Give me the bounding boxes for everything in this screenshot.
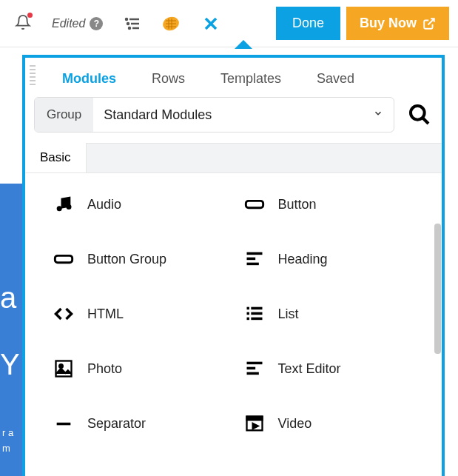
text-editor-icon	[244, 358, 265, 379]
module-label: Separator	[87, 416, 146, 432]
search-button[interactable]	[408, 103, 431, 127]
external-link-icon	[422, 17, 436, 30]
chevron-down-icon	[363, 108, 394, 121]
module-label: Text Editor	[278, 361, 341, 377]
filter-row: Group Standard Modules	[25, 97, 442, 143]
tab-modules[interactable]: Modules	[62, 71, 116, 87]
html-icon	[53, 304, 74, 324]
module-label: HTML	[87, 306, 124, 322]
module-html[interactable]: HTML	[53, 304, 240, 324]
svg-point-3	[126, 19, 127, 20]
audio-icon	[53, 194, 74, 215]
svg-rect-32	[246, 417, 262, 420]
buy-now-label: Buy Now	[360, 16, 417, 31]
group-label: Group	[35, 98, 93, 132]
separator-icon	[53, 413, 74, 434]
panel-tabs: Modules Rows Templates Saved	[25, 58, 442, 97]
done-button[interactable]: Done	[276, 7, 340, 40]
close-icon[interactable]	[201, 13, 221, 34]
help-icon: ?	[90, 17, 103, 30]
module-separator[interactable]: Separator	[53, 413, 240, 434]
notification-dot	[27, 13, 33, 18]
video-icon	[244, 413, 265, 434]
svg-point-4	[127, 23, 129, 24]
svg-line-11	[422, 118, 428, 124]
module-list[interactable]: List	[244, 304, 431, 324]
svg-rect-23	[246, 318, 249, 321]
tab-templates[interactable]: Templates	[220, 71, 281, 87]
svg-rect-14	[246, 201, 263, 207]
module-label: Heading	[278, 252, 328, 267]
heading-icon	[244, 249, 265, 269]
svg-point-5	[129, 27, 130, 29]
category-row: Basic	[25, 143, 442, 173]
bg-hero-subtext: r am	[2, 426, 22, 457]
tab-rows[interactable]: Rows	[152, 71, 185, 87]
svg-rect-21	[246, 312, 249, 315]
module-label: Audio	[87, 197, 121, 212]
topbar: Edited ? Done Buy Now	[0, 0, 458, 47]
svg-rect-28	[246, 367, 255, 370]
svg-rect-20	[251, 307, 262, 310]
module-label: List	[278, 306, 299, 322]
svg-rect-22	[251, 312, 262, 315]
category-spacer	[87, 143, 442, 172]
buy-now-button[interactable]: Buy Now	[346, 7, 449, 40]
svg-marker-33	[252, 423, 257, 429]
module-text-editor[interactable]: Text Editor	[244, 358, 431, 379]
panel-arrow	[235, 40, 252, 49]
module-heading[interactable]: Heading	[244, 249, 431, 269]
category-basic[interactable]: Basic	[25, 143, 87, 172]
svg-line-9	[428, 19, 434, 24]
button-icon	[244, 194, 265, 215]
module-label: Photo	[87, 361, 122, 377]
svg-point-26	[59, 364, 63, 368]
svg-point-13	[67, 204, 72, 209]
svg-rect-27	[246, 362, 262, 365]
module-label: Video	[278, 416, 312, 432]
button-group-icon	[53, 249, 74, 269]
tab-saved[interactable]: Saved	[317, 71, 354, 87]
svg-rect-16	[246, 252, 262, 255]
bg-hero-text: a	[0, 281, 22, 315]
module-video[interactable]: Video	[244, 413, 431, 434]
edited-label: Edited	[52, 17, 85, 30]
edited-status[interactable]: Edited ?	[52, 17, 103, 30]
svg-rect-18	[246, 263, 258, 266]
svg-rect-30	[57, 423, 71, 426]
outline-icon[interactable]	[124, 15, 141, 33]
module-audio[interactable]: Audio	[53, 194, 240, 215]
svg-rect-25	[56, 361, 72, 377]
svg-rect-17	[246, 258, 255, 261]
list-icon	[244, 304, 265, 324]
modules-scroll[interactable]: Audio Button Button Group Heading HTML L…	[25, 173, 442, 476]
module-label: Button Group	[87, 252, 166, 267]
module-group-select[interactable]: Group Standard Modules	[34, 97, 394, 133]
svg-rect-24	[251, 318, 262, 321]
drag-handle[interactable]	[28, 61, 37, 89]
svg-rect-29	[246, 372, 258, 375]
module-photo[interactable]: Photo	[53, 358, 240, 379]
waffle-icon[interactable]	[162, 15, 180, 33]
notifications-button[interactable]	[15, 14, 31, 33]
scrollbar-thumb[interactable]	[434, 224, 441, 354]
svg-point-10	[411, 106, 425, 120]
module-label: Button	[278, 197, 317, 212]
svg-point-12	[57, 206, 62, 211]
module-button-group[interactable]: Button Group	[53, 249, 240, 269]
svg-rect-15	[55, 255, 72, 262]
photo-icon	[53, 358, 74, 379]
content-panel: Modules Rows Templates Saved Group Stand…	[22, 55, 445, 476]
svg-rect-19	[246, 307, 249, 310]
bg-hero-text2: Y	[0, 348, 22, 381]
module-button[interactable]: Button	[244, 194, 431, 215]
group-selected: Standard Modules	[93, 98, 363, 132]
